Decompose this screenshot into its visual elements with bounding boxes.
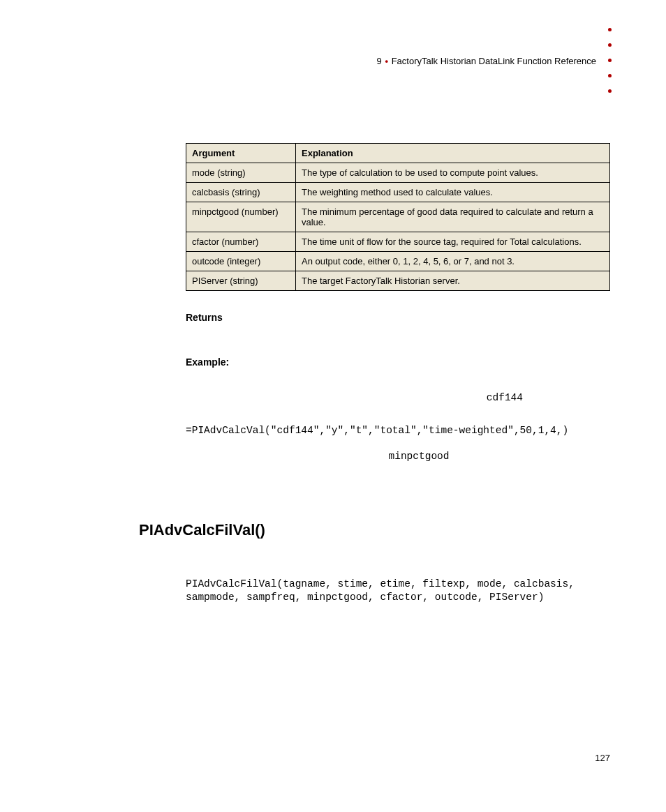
example-code-block: =PIAdvCalcVal("cdf144","y","t","total","… [186, 424, 610, 438]
dot-icon [608, 89, 612, 93]
table-row: calcbasis (string) The weighting method … [186, 183, 610, 202]
dot-icon [608, 74, 612, 77]
table-row: mode (string) The type of calculation to… [186, 163, 610, 183]
dot-icon [608, 59, 612, 62]
table-row: PIServer (string) The target FactoryTalk… [186, 271, 610, 291]
example-inline-param: minpctgood [186, 451, 610, 462]
dot-icon [608, 43, 612, 47]
function-signature: PIAdvCalcFilVal(tagname, stime, etime, f… [186, 578, 610, 605]
table-row: cfactor (number) The time unit of flow f… [186, 232, 610, 252]
bullet-separator-icon: • [384, 56, 389, 66]
page: 9 • FactoryTalk Historian DataLink Funct… [0, 0, 666, 812]
running-header: 9 • FactoryTalk Historian DataLink Funct… [377, 56, 596, 66]
table-header-row: Argument Explanation [186, 144, 610, 163]
example-inline-tag: cdf144 [186, 392, 610, 403]
returns-heading: Returns [186, 312, 610, 323]
exp-cell: The minimum percentage of good data requ… [296, 202, 610, 232]
col-header-explanation: Explanation [296, 144, 610, 163]
arg-cell: calcbasis (string) [186, 183, 296, 202]
chapter-title: FactoryTalk Historian DataLink Function … [392, 56, 596, 66]
arg-cell: outcode (integer) [186, 252, 296, 271]
arguments-table: Argument Explanation mode (string) The t… [186, 143, 610, 291]
dot-icon [608, 28, 612, 31]
arg-cell: minpctgood (number) [186, 202, 296, 232]
exp-cell: The type of calculation to be used to co… [296, 163, 610, 183]
arg-cell: mode (string) [186, 163, 296, 183]
decorative-dots [608, 28, 612, 93]
exp-cell: The weighting method used to calculate v… [296, 183, 610, 202]
chapter-number: 9 [377, 56, 382, 66]
exp-cell: The target FactoryTalk Historian server. [296, 271, 610, 291]
arg-cell: cfactor (number) [186, 232, 296, 252]
content-area: Argument Explanation mode (string) The t… [186, 143, 610, 605]
example-heading: Example: [186, 356, 610, 368]
col-header-argument: Argument [186, 144, 296, 163]
table-row: outcode (integer) An output code, either… [186, 252, 610, 271]
page-number: 127 [595, 753, 610, 763]
exp-cell: An output code, either 0, 1, 2, 4, 5, 6,… [296, 252, 610, 271]
exp-cell: The time unit of flow for the source tag… [296, 232, 610, 252]
arg-cell: PIServer (string) [186, 271, 296, 291]
function-heading: PIAdvCalcFilVal() [139, 521, 610, 539]
table-row: minpctgood (number) The minimum percenta… [186, 202, 610, 232]
